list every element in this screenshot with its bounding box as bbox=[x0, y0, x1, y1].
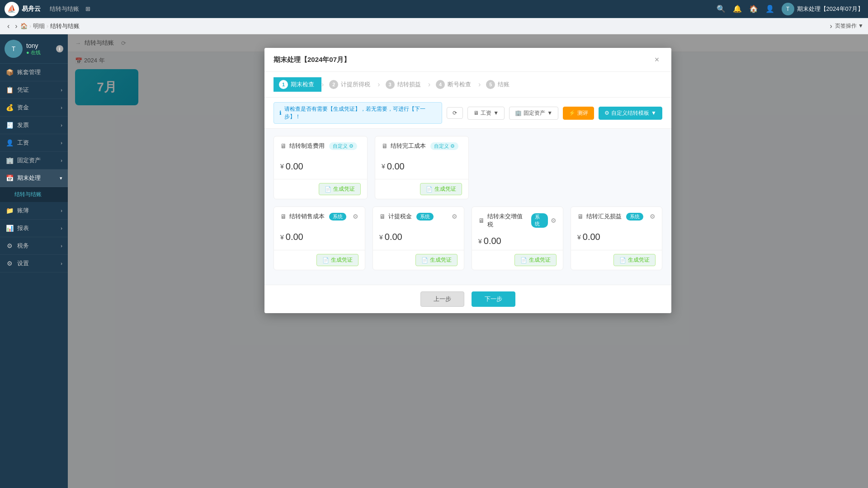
test-label: 测评 bbox=[577, 109, 588, 117]
modal-title: 期末处理【2024年07月】 bbox=[274, 56, 350, 64]
card-vat-footer: 📄 生成凭证 bbox=[472, 250, 563, 270]
settings-icon: ⚙ bbox=[5, 260, 14, 267]
sidebar-item-wage[interactable]: 👤 工资 › bbox=[0, 134, 68, 152]
sidebar-item-books[interactable]: 📁 账簿 › bbox=[0, 202, 68, 220]
step-3-num: 3 bbox=[386, 80, 395, 89]
card-fg-currency: ¥ bbox=[382, 163, 385, 170]
generate-btn-ex[interactable]: 📄 生成凭证 bbox=[613, 254, 656, 266]
period-end-arrow: ▾ bbox=[60, 175, 62, 181]
step-3[interactable]: 3 结转损益 bbox=[380, 77, 428, 92]
step-5-num: 5 bbox=[486, 80, 495, 89]
sidebar-status: ● 在线 bbox=[26, 49, 52, 56]
card-ex-value: 0.00 bbox=[583, 232, 600, 242]
generate-icon-sc: 📄 bbox=[322, 257, 329, 263]
bell-icon[interactable]: 🔔 bbox=[733, 5, 742, 13]
fixed-label: 固定资产 bbox=[17, 156, 41, 164]
step-3-label: 结转损益 bbox=[397, 80, 421, 89]
card-fg-amount: ¥ 0.00 bbox=[375, 154, 468, 179]
card-vat-icon: 🖥 bbox=[478, 217, 485, 224]
voucher-icon: 📋 bbox=[5, 86, 14, 94]
sidebar-item-voucher[interactable]: 📋 凭证 › bbox=[0, 81, 68, 99]
fixed-arrow: › bbox=[61, 158, 62, 163]
account-set-icon: 📦 bbox=[5, 69, 14, 76]
card-mfg-currency: ¥ bbox=[280, 163, 284, 170]
modal-close-btn[interactable]: × bbox=[651, 54, 662, 65]
step-1[interactable]: 1 期末检查 bbox=[274, 77, 321, 92]
cards-row-1: 🖥 结转制造费用 自定义 ⚙ ¥ 0.00 bbox=[274, 136, 662, 199]
fixed-assets-btn[interactable]: 🏢 固定资产 ▼ bbox=[509, 107, 558, 120]
modal-body: 🖥 结转制造费用 自定义 ⚙ ¥ 0.00 bbox=[264, 129, 671, 285]
logo-icon: ⛵ bbox=[5, 2, 19, 16]
nav-forward[interactable]: › bbox=[12, 22, 20, 30]
grid-icon[interactable]: ⊞ bbox=[85, 5, 90, 12]
card-ex-currency: ¥ bbox=[577, 234, 581, 241]
sidebar-item-assets[interactable]: 💰 资金 › bbox=[0, 99, 68, 117]
test-btn[interactable]: ⚡ 测评 bbox=[563, 107, 594, 120]
page-ops-label[interactable]: 页签操作 ▼ bbox=[835, 22, 863, 30]
sidebar-info-icon[interactable]: i bbox=[56, 45, 63, 52]
voucher-label: 凭证 bbox=[17, 86, 29, 94]
fixed-icon: 🏢 bbox=[5, 157, 14, 164]
generate-btn-sc[interactable]: 📄 生成凭证 bbox=[316, 254, 359, 266]
top-breadcrumb: 结转与结账 ⊞ bbox=[50, 5, 717, 13]
sidebar-item-invoice[interactable]: 🧾 发票 › bbox=[0, 117, 68, 134]
period-end-label: 期末处理 bbox=[17, 174, 41, 182]
sidebar-item-closing[interactable]: 结转与结账 bbox=[0, 187, 68, 202]
card-fg-title: 结转完工成本 bbox=[391, 142, 426, 150]
home-icon[interactable]: 🏠 bbox=[749, 5, 758, 13]
sidebar-item-settings[interactable]: ⚙ 设置 › bbox=[0, 255, 68, 272]
card-mfg-amount: ¥ 0.00 bbox=[274, 154, 367, 179]
hint-icon: ℹ bbox=[279, 110, 282, 116]
card-tp-title: 计提税金 bbox=[388, 212, 412, 221]
card-mfg-footer: 📄 生成凭证 bbox=[274, 179, 367, 199]
sidebar-item-tax[interactable]: ⚙ 税务 › bbox=[0, 237, 68, 255]
app-logo[interactable]: ⛵ 易舟云 bbox=[5, 2, 41, 16]
generate-btn-mfg[interactable]: 📄 生成凭证 bbox=[319, 183, 361, 195]
period-end-icon: 📅 bbox=[5, 174, 14, 182]
assets-arrow: › bbox=[61, 105, 62, 110]
wage-arrow: › bbox=[61, 140, 62, 145]
refresh-btn[interactable]: ⟳ bbox=[447, 107, 463, 119]
step-4[interactable]: 4 断号检查 bbox=[430, 77, 478, 92]
user-info-top[interactable]: T 期末处理【2024年07月】 bbox=[782, 3, 863, 15]
generate-btn-tp[interactable]: 📄 生成凭证 bbox=[415, 254, 458, 266]
breadcrumb: 🏠 › 明细 › 结转与结账 bbox=[20, 22, 827, 30]
user-icon[interactable]: 👤 bbox=[765, 5, 774, 13]
nav-back[interactable]: ‹ bbox=[5, 22, 12, 30]
nav-expand[interactable]: › bbox=[827, 22, 835, 30]
prev-btn[interactable]: 上一步 bbox=[420, 291, 464, 307]
step-5[interactable]: 5 结账 bbox=[481, 77, 517, 92]
card-sc-settings[interactable]: ⚙ bbox=[353, 213, 359, 220]
card-fg-badge-icon: ⚙ bbox=[450, 143, 455, 149]
breadcrumb-nav1[interactable]: 明细 bbox=[33, 22, 45, 30]
generate-btn-vat[interactable]: 📄 生成凭证 bbox=[514, 254, 557, 266]
wage-icon-sm: 🖥 bbox=[473, 110, 479, 116]
invoice-icon: 🧾 bbox=[5, 122, 14, 129]
card-mfg-badge: 自定义 ⚙ bbox=[329, 142, 357, 150]
card-vat-settings[interactable]: ⚙ bbox=[551, 217, 557, 224]
next-btn[interactable]: 下一步 bbox=[472, 291, 515, 307]
card-fg-footer: 📄 生成凭证 bbox=[375, 179, 468, 199]
card-ex-settings[interactable]: ⚙ bbox=[650, 213, 656, 220]
sidebar-item-account-set[interactable]: 📦 账套管理 bbox=[0, 64, 68, 81]
modal: 期末处理【2024年07月】 × 1 期末检查 › 2 计提所得税 › 3 结转… bbox=[264, 48, 671, 313]
search-icon[interactable]: 🔍 bbox=[717, 5, 726, 13]
generate-btn-fg[interactable]: 📄 生成凭证 bbox=[420, 183, 462, 195]
card-exchange: 🖥 结转汇兑损益 系统 ⚙ ¥ 0.00 bbox=[571, 206, 662, 270]
sidebar-item-fixed[interactable]: 🏢 固定资产 › bbox=[0, 152, 68, 169]
wage-btn-label: 工资 bbox=[481, 109, 491, 117]
username-top: 期末处理【2024年07月】 bbox=[797, 5, 863, 13]
card-tp-value: 0.00 bbox=[385, 232, 402, 242]
custom-template-btn[interactable]: ⚙ 自定义结转模板 ▼ bbox=[599, 107, 662, 120]
breadcrumb-home-icon[interactable]: 🏠 bbox=[20, 23, 28, 29]
generate-label-mfg: 生成凭证 bbox=[333, 185, 355, 193]
step-4-label: 断号检查 bbox=[448, 80, 471, 89]
card-fg-icon: 🖥 bbox=[382, 142, 388, 150]
card-vat-badge: 系统 bbox=[531, 213, 548, 228]
sidebar-username: tony bbox=[26, 42, 52, 49]
sidebar-item-reports[interactable]: 📊 报表 › bbox=[0, 220, 68, 237]
sidebar-item-period-end[interactable]: 📅 期末处理 ▾ bbox=[0, 169, 68, 187]
step-2[interactable]: 2 计提所得税 bbox=[324, 77, 377, 92]
card-tp-settings[interactable]: ⚙ bbox=[452, 213, 458, 220]
wage-btn[interactable]: 🖥 工资 ▼ bbox=[467, 107, 505, 120]
